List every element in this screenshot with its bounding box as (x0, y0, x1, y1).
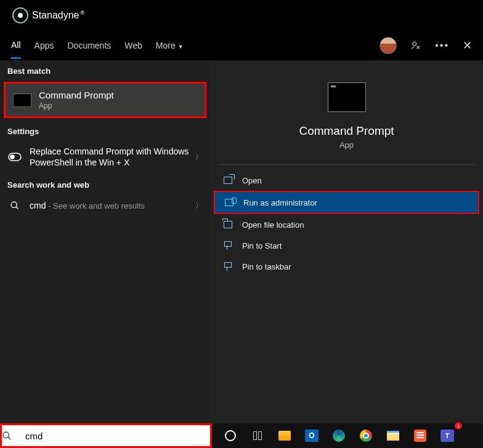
svg-line-6 (8, 437, 10, 439)
search-box[interactable] (0, 423, 212, 448)
action-open-file-location[interactable]: Open file location (214, 214, 479, 235)
action-pin-to-start[interactable]: Pin to Start (214, 235, 479, 256)
taskbar-app-procexp[interactable] (407, 423, 434, 448)
task-view-icon[interactable] (244, 423, 271, 448)
action-run-as-administrator[interactable]: Run as administrator (214, 191, 479, 214)
preview-subtitle: App (339, 140, 354, 150)
chevron-right-icon: 〉 (195, 152, 203, 162)
result-subtitle: App (39, 102, 114, 110)
tab-web[interactable]: Web (124, 33, 142, 58)
preview-panel: Command Prompt App Open Run as administr… (210, 60, 483, 423)
settings-toggle-icon (7, 151, 22, 163)
tab-more[interactable]: More▼ (156, 33, 184, 58)
preview-title: Command Prompt (299, 124, 394, 138)
tab-documents[interactable]: Documents (67, 33, 111, 58)
brand-logo-icon (12, 7, 28, 23)
preview-app-icon (328, 82, 366, 112)
header-tools: ••• ✕ (380, 37, 472, 54)
user-avatar-icon[interactable] (380, 37, 397, 54)
pin-icon (222, 262, 233, 271)
web-search-result[interactable]: cmd - See work and web results 〉 (0, 193, 210, 218)
taskbar-app-teams[interactable]: T (434, 423, 461, 448)
section-search-ww: Search work and web (0, 174, 210, 193)
search-header: All Apps Documents Web More▼ ••• ✕ (0, 31, 483, 60)
taskbar-app-manager[interactable] (271, 423, 298, 448)
taskbar-app-chrome[interactable] (352, 423, 380, 448)
svg-point-2 (10, 155, 14, 159)
best-match-result[interactable]: Command Prompt App (4, 82, 206, 118)
tab-all[interactable]: All (11, 33, 21, 59)
svg-line-4 (16, 207, 18, 209)
brand-bar: Stanadyne® (0, 0, 483, 31)
action-list: Open Run as administrator Open file loca… (210, 165, 483, 282)
taskbar-app-outlook[interactable]: O (298, 423, 325, 448)
cortana-icon[interactable] (217, 423, 244, 448)
taskbar-app-edge[interactable] (325, 423, 352, 448)
pin-icon (222, 241, 233, 250)
section-best-match: Best match (0, 60, 210, 79)
tab-apps[interactable]: Apps (34, 33, 54, 58)
chevron-right-icon: 〉 (195, 201, 203, 211)
result-title: Command Prompt (39, 90, 114, 100)
search-input[interactable] (24, 430, 210, 442)
section-settings: Settings (0, 121, 210, 140)
action-pin-to-taskbar[interactable]: Pin to taskbar (214, 256, 479, 277)
action-open[interactable]: Open (214, 170, 479, 191)
taskbar-app-explorer[interactable] (380, 423, 407, 448)
close-icon[interactable]: ✕ (463, 39, 472, 52)
more-options-icon[interactable]: ••• (435, 40, 449, 51)
svg-point-0 (413, 42, 416, 46)
folder-icon (222, 220, 233, 230)
search-icon (7, 199, 22, 212)
svg-point-3 (11, 202, 17, 207)
brand-name: Stanadyne® (32, 10, 84, 21)
feedback-icon[interactable] (410, 40, 421, 51)
taskbar: O T (212, 423, 483, 448)
web-search-text: cmd - See work and web results (30, 200, 145, 212)
settings-text: Replace Command Prompt with Windows Powe… (30, 146, 195, 168)
svg-point-5 (3, 432, 9, 438)
filter-tabs: All Apps Documents Web More▼ (11, 33, 184, 59)
results-panel: Best match Command Prompt App Settings R… (0, 60, 210, 423)
command-prompt-icon (13, 94, 31, 107)
open-icon (222, 175, 233, 185)
settings-result[interactable]: Replace Command Prompt with Windows Powe… (0, 140, 210, 174)
search-icon (2, 431, 24, 441)
admin-shield-icon (224, 198, 235, 207)
